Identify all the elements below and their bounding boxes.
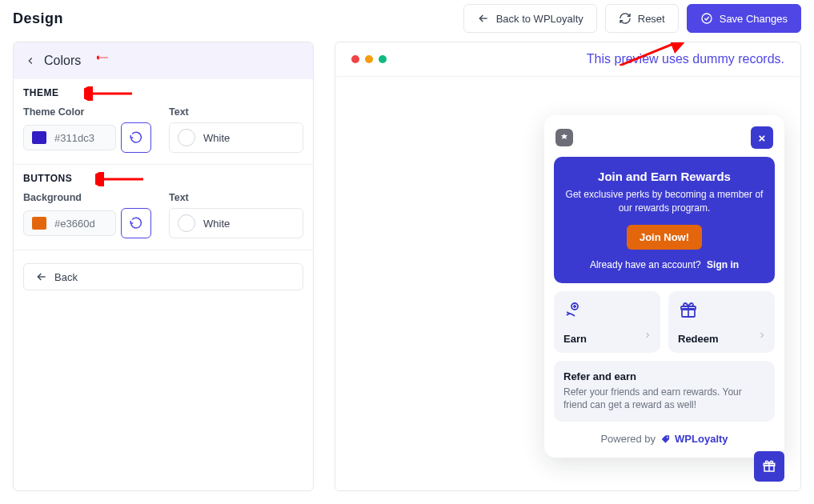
buttons-bg-reset[interactable] xyxy=(121,208,151,238)
divider xyxy=(14,250,313,250)
redeem-icon xyxy=(678,301,765,323)
svg-point-0 xyxy=(702,14,712,23)
back-to-wployalty-button[interactable]: Back to WPLoyalty xyxy=(463,4,597,33)
brand-link[interactable]: WPLoyalty xyxy=(660,433,728,445)
annotation-arrow-icon xyxy=(95,172,143,186)
save-changes-button[interactable]: Save Changes xyxy=(687,4,801,33)
earn-label: Earn xyxy=(563,333,651,345)
refer-card[interactable]: Refer and earn Refer your friends and ea… xyxy=(554,361,775,422)
minimize-dot-icon xyxy=(365,55,373,63)
svg-point-12 xyxy=(667,436,668,438)
buttons-text-value: White xyxy=(203,218,230,230)
tag-icon xyxy=(660,434,672,445)
sign-in-link[interactable]: Sign in xyxy=(707,259,739,270)
widget-close-button[interactable]: × xyxy=(751,126,773,149)
loyalty-widget: × Join and Earn Rewards Get exclusive pe… xyxy=(544,115,784,458)
widget-launcher-button[interactable] xyxy=(754,451,784,482)
theme-text-select[interactable]: White xyxy=(169,122,303,153)
powered-by: Powered by WPLoyalty xyxy=(554,422,775,448)
widget-logo-icon xyxy=(555,129,573,146)
maximize-dot-icon xyxy=(379,55,387,63)
buttons-bg-value: #e3660d xyxy=(54,218,95,230)
redeem-label: Redeem xyxy=(678,333,765,345)
window-controls xyxy=(351,55,387,63)
chevron-left-icon xyxy=(25,55,36,66)
section-theme-heading: THEME xyxy=(23,87,303,98)
redeem-card[interactable]: Redeem xyxy=(668,291,775,353)
save-changes-label: Save Changes xyxy=(720,13,788,25)
join-now-button[interactable]: Join Now! xyxy=(627,225,702,250)
section-buttons: BUTTONS Background #e3660d xyxy=(14,165,313,250)
buttons-bg-swatch xyxy=(32,217,46,230)
preview-note: This preview uses dummy records. xyxy=(587,52,784,66)
refer-title: Refer and earn xyxy=(563,370,765,382)
arrow-left-icon xyxy=(477,12,490,25)
earn-icon xyxy=(563,301,651,323)
close-dot-icon xyxy=(351,55,359,63)
theme-color-label: Theme Color xyxy=(23,106,154,118)
reset-button[interactable]: Reset xyxy=(605,4,679,33)
theme-color-reset[interactable] xyxy=(121,122,151,153)
check-circle-icon xyxy=(700,12,713,25)
chevron-right-icon xyxy=(643,329,652,343)
hero-title: Join and Earn Rewards xyxy=(565,170,764,183)
design-sidebar: Colors THEME Theme Color xyxy=(13,42,314,491)
widget-hero: Join and Earn Rewards Get exclusive perk… xyxy=(554,157,775,283)
earn-card[interactable]: Earn xyxy=(554,291,660,353)
undo-icon xyxy=(129,216,143,230)
powered-by-text: Powered by xyxy=(600,433,656,445)
annotation-arrow-icon xyxy=(97,52,108,63)
buttons-text-label: Text xyxy=(169,192,303,203)
back-button[interactable]: Back xyxy=(23,263,303,290)
gift-icon xyxy=(762,459,776,474)
reset-label: Reset xyxy=(638,13,665,25)
theme-color-value: #311dc3 xyxy=(54,132,94,144)
hero-description: Get exclusive perks by becoming a member… xyxy=(565,188,764,215)
sidebar-header-colors[interactable]: Colors xyxy=(14,42,313,79)
sidebar-header-label: Colors xyxy=(44,54,81,68)
refer-description: Refer your friends and earn rewards. You… xyxy=(563,386,765,413)
theme-color-swatch xyxy=(32,131,46,144)
buttons-bg-input[interactable]: #e3660d xyxy=(23,210,116,236)
white-swatch-icon xyxy=(178,214,195,232)
preview-panel: This preview uses dummy records. × xyxy=(335,42,801,491)
white-swatch-icon xyxy=(178,129,195,146)
chevron-right-icon xyxy=(757,329,767,343)
page-title: Design xyxy=(13,10,63,27)
annotation-arrow-icon xyxy=(84,86,132,101)
back-to-wployalty-label: Back to WPLoyalty xyxy=(496,13,583,25)
theme-text-value: White xyxy=(203,132,230,144)
back-label: Back xyxy=(54,271,78,283)
theme-color-input[interactable]: #311dc3 xyxy=(23,125,116,150)
arrow-left-icon xyxy=(35,270,48,283)
section-theme: THEME Theme Color #311dc3 xyxy=(14,79,313,164)
theme-text-label: Text xyxy=(169,106,303,118)
section-buttons-heading: BUTTONS xyxy=(23,173,303,184)
buttons-text-select[interactable]: White xyxy=(169,208,303,238)
already-account-text: Already have an account? xyxy=(590,259,701,270)
top-actions: Back to WPLoyalty Reset Save Changes xyxy=(463,4,801,33)
undo-icon xyxy=(129,130,143,145)
refresh-icon xyxy=(619,12,632,25)
buttons-bg-label: Background xyxy=(23,192,154,203)
